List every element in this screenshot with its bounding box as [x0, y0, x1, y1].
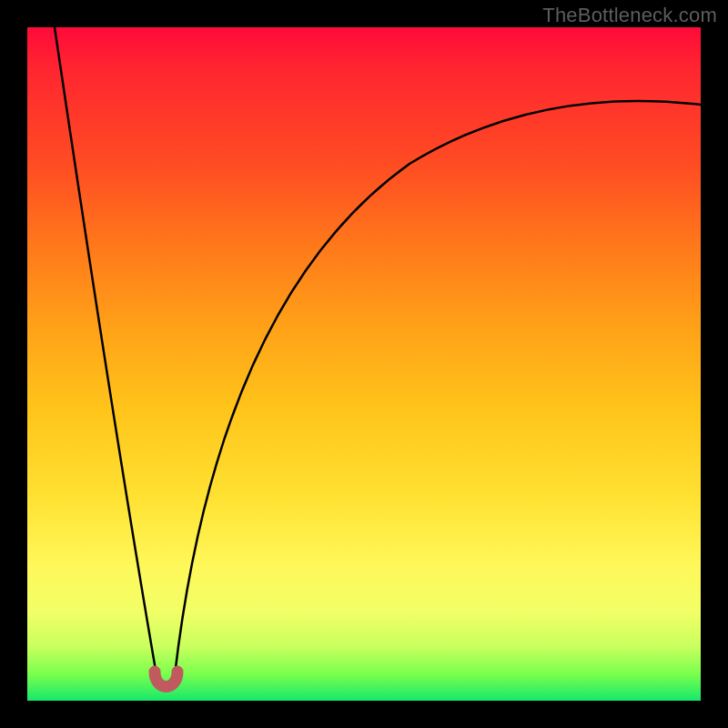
optimal-point-marker: [155, 672, 177, 687]
plot-area: [27, 27, 701, 701]
chart-frame: TheBottleneck.com: [0, 0, 728, 728]
curve-right-branch: [175, 101, 701, 675]
curve-left-branch: [55, 27, 157, 675]
watermark-text: TheBottleneck.com: [542, 4, 717, 27]
bottleneck-curve: [27, 27, 701, 701]
